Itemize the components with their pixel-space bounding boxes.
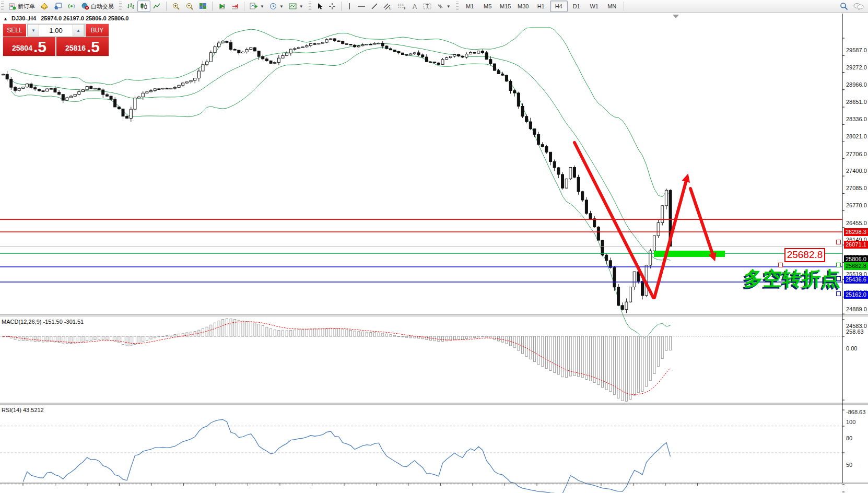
- zoom-out-button[interactable]: [183, 1, 196, 12]
- indicators-icon: [250, 3, 258, 10]
- rsi-scale-label: 50: [846, 462, 852, 468]
- timeframe-button-w1[interactable]: W1: [585, 1, 603, 12]
- timeframe-button-m15[interactable]: M15: [497, 1, 514, 12]
- market-watch-button[interactable]: [38, 1, 51, 12]
- search-icon[interactable]: [840, 2, 848, 10]
- clock-icon: [269, 3, 277, 10]
- price-tick-label: 29587.0: [846, 47, 867, 53]
- timeframe-button-h1[interactable]: H1: [532, 1, 550, 12]
- candle-chart-icon: [140, 3, 148, 10]
- toolbar-grip: [456, 2, 459, 11]
- timeframe-button-d1[interactable]: D1: [568, 1, 585, 12]
- text-button[interactable]: A: [409, 1, 420, 12]
- price-axis-badge: 25682.8: [844, 262, 868, 270]
- collapse-panel-icon[interactable]: ▲: [3, 16, 8, 21]
- sell-button[interactable]: SELL: [3, 24, 26, 37]
- zoom-in-button[interactable]: [169, 1, 183, 12]
- trendline-button[interactable]: [368, 1, 381, 12]
- turning-point-annotation[interactable]: 多空转折点: [744, 266, 840, 292]
- auto-trading-icon: [81, 3, 89, 10]
- chart-plot-area[interactable]: [0, 13, 868, 493]
- price-axis-badge: 26298.3: [844, 228, 868, 236]
- templates-icon: [289, 3, 297, 10]
- chevron-down-icon: ▼: [447, 4, 451, 9]
- chevron-down-icon: ▼: [299, 4, 303, 9]
- auto-scroll-icon: [218, 3, 226, 10]
- timeframe-group: M1M5M15M30H1H4D1W1MN: [460, 0, 623, 13]
- new-order-icon: [9, 3, 16, 10]
- sell-price-fraction: .5: [33, 39, 46, 55]
- rsi-scale-label: 80: [846, 435, 852, 441]
- text-label-button[interactable]: T: [420, 1, 434, 12]
- toolbar-grip: [309, 2, 311, 11]
- line-chart-button[interactable]: [150, 1, 163, 12]
- object-handle[interactable]: [836, 276, 841, 281]
- timeframe-button-m1[interactable]: M1: [461, 1, 479, 12]
- price-tick-label: 24889.0: [846, 306, 867, 312]
- cursor-button[interactable]: [314, 1, 326, 12]
- chart-ohlc-values: 25974.0 26197.0 25806.0 25806.0: [41, 15, 128, 21]
- crosshair-button[interactable]: [326, 1, 338, 12]
- auto-scroll-button[interactable]: [215, 1, 228, 12]
- lot-increase-button[interactable]: ▲: [73, 25, 84, 36]
- chart-title: ▲ DJ30-,H4 25974.0 26197.0 25806.0 25806…: [3, 15, 128, 21]
- timeframe-button-m30[interactable]: M30: [514, 1, 532, 12]
- cursor-icon: [316, 3, 323, 10]
- fibonacci-icon: F: [397, 3, 406, 10]
- indicators-button[interactable]: ▼: [247, 1, 267, 12]
- price-tick-label: 28651.0: [846, 99, 867, 105]
- arrows-icon: [437, 3, 444, 10]
- macd-scale-label: 258.63: [846, 328, 864, 335]
- zoom-in-icon: [172, 3, 180, 10]
- timeframe-button-h4[interactable]: H4: [550, 1, 568, 12]
- chat-icon[interactable]: [853, 3, 864, 10]
- signals-button[interactable]: [65, 1, 78, 12]
- price-callout-label[interactable]: 25682.8: [784, 248, 825, 262]
- object-handle[interactable]: [836, 240, 841, 244]
- lot-decrease-button[interactable]: ▼: [28, 25, 39, 36]
- bar-chart-icon: [127, 3, 135, 10]
- tile-windows-button[interactable]: [196, 1, 209, 12]
- chart-window: ▲ DJ30-,H4 25974.0 26197.0 25806.0 25806…: [0, 13, 868, 493]
- text-label-icon: T: [423, 3, 431, 10]
- chart-shift-button[interactable]: [228, 1, 241, 12]
- chart-shift-marker-icon[interactable]: [673, 15, 679, 18]
- chart-symbol-period: DJ30-,H4: [11, 15, 36, 21]
- terminal-button[interactable]: [51, 1, 65, 12]
- object-handle[interactable]: [778, 263, 783, 267]
- timeframe-button-m5[interactable]: M5: [479, 1, 497, 12]
- rsi-scale-label: 100: [846, 419, 855, 425]
- lot-size-input[interactable]: [39, 25, 73, 36]
- horizontal-line-button[interactable]: [355, 1, 368, 12]
- crosshair-icon: [329, 3, 336, 10]
- tile-windows-icon: [199, 3, 207, 10]
- templates-button[interactable]: ▼: [286, 1, 306, 12]
- sell-price[interactable]: 25804 .5: [3, 37, 55, 56]
- chart-shift-icon: [231, 3, 239, 10]
- object-handle[interactable]: [836, 291, 841, 296]
- object-handle[interactable]: [836, 263, 841, 267]
- mt4-window: 新订单 自动交易: [0, 0, 868, 493]
- new-order-button[interactable]: 新订单: [6, 1, 38, 12]
- buy-price[interactable]: 25816 .5: [56, 37, 109, 56]
- text-icon: A: [412, 3, 418, 10]
- toolbar: 新订单 自动交易: [0, 0, 868, 13]
- timeframe-button-mn[interactable]: MN: [603, 1, 621, 12]
- candle-chart-button[interactable]: [137, 1, 150, 12]
- price-tick-label: 27085.0: [846, 185, 867, 191]
- auto-trading-button[interactable]: 自动交易: [78, 1, 116, 12]
- macd-scale-label: -868.63: [846, 409, 865, 415]
- one-click-trading-panel: SELL ▼ ▲ BUY 25804 .5 25816 .5: [3, 24, 109, 56]
- price-tick-label: 27706.0: [846, 151, 867, 157]
- svg-text:F: F: [404, 6, 406, 10]
- sell-price-main: 25804: [12, 41, 32, 55]
- market-watch-icon: [40, 3, 49, 10]
- vertical-line-button[interactable]: [344, 1, 355, 12]
- equidistant-channel-button[interactable]: E: [381, 1, 395, 12]
- periods-button[interactable]: ▼: [267, 1, 286, 12]
- bar-chart-button[interactable]: [124, 1, 137, 12]
- fibonacci-button[interactable]: F: [395, 1, 409, 12]
- buy-price-fraction: .5: [87, 39, 100, 55]
- arrows-button[interactable]: ▼: [434, 1, 453, 12]
- buy-button[interactable]: BUY: [86, 24, 109, 37]
